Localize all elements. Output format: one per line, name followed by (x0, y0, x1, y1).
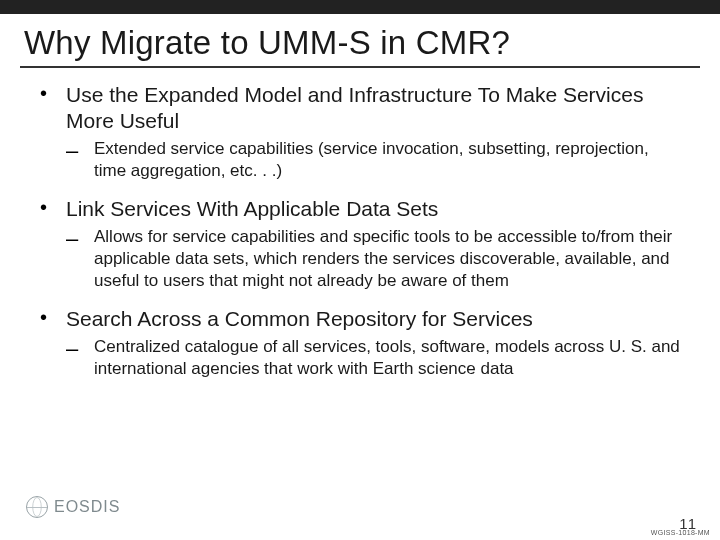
logo-text: EOSDIS (54, 498, 120, 516)
logo: EOSDIS (26, 496, 120, 518)
sub-bullet-text: Extended service capabilities (service i… (94, 138, 680, 182)
sub-bullet-text: Centralized catalogue of all services, t… (94, 336, 680, 380)
slide-title: Why Migrate to UMM-S in CMR? (24, 24, 696, 62)
dash-icon: – (66, 336, 94, 380)
dash-icon: – (66, 138, 94, 182)
bullet-text: Use the Expanded Model and Infrastructur… (66, 82, 680, 134)
title-divider (20, 66, 700, 68)
slide: Why Migrate to UMM-S in CMR? • Use the E… (0, 0, 720, 540)
sub-bullet-text: Allows for service capabilities and spec… (94, 226, 680, 292)
content-area: • Use the Expanded Model and Infrastruct… (40, 82, 680, 380)
bullet-text: Link Services With Applicable Data Sets (66, 196, 438, 222)
bullet-item: • Search Across a Common Repository for … (40, 306, 680, 332)
bullet-item: • Link Services With Applicable Data Set… (40, 196, 680, 222)
bullet-item: • Use the Expanded Model and Infrastruct… (40, 82, 680, 134)
footer-code: WGISS-1018-MM (651, 529, 710, 536)
top-bar (0, 0, 720, 14)
sub-bullet-item: – Centralized catalogue of all services,… (66, 336, 680, 380)
globe-icon (26, 496, 48, 518)
bullet-text: Search Across a Common Repository for Se… (66, 306, 533, 332)
bullet-dot-icon: • (40, 306, 66, 332)
sub-bullet-item: – Allows for service capabilities and sp… (66, 226, 680, 292)
bullet-dot-icon: • (40, 196, 66, 222)
sub-bullet-item: – Extended service capabilities (service… (66, 138, 680, 182)
dash-icon: – (66, 226, 94, 292)
bullet-dot-icon: • (40, 82, 66, 134)
